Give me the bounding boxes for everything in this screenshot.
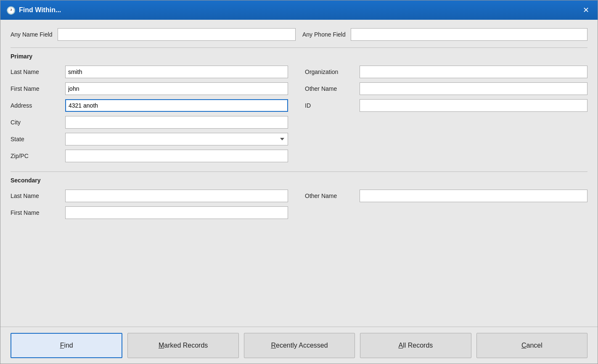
primary-city-row: City — [11, 116, 288, 129]
any-phone-input[interactable] — [351, 28, 587, 41]
primary-zip-row: Zip/PC — [11, 150, 288, 162]
title-bar: 🕐 Find Within... ✕ — [0, 0, 598, 20]
primary-section-label: Primary — [11, 53, 587, 60]
primary-id-label: ID — [305, 102, 360, 109]
primary-state-select[interactable] — [65, 133, 288, 145]
secondary-first-name-label: First Name — [11, 209, 65, 216]
primary-zip-label: Zip/PC — [11, 153, 65, 159]
secondary-last-name-row: Last Name — [11, 190, 288, 202]
secondary-last-name-label: Last Name — [11, 193, 65, 199]
primary-other-name-row: Other Name — [305, 82, 587, 95]
marked-records-label: Marked Records — [159, 342, 208, 349]
secondary-left-col: Last Name First Name — [11, 190, 288, 223]
find-button-label: Find — [60, 342, 73, 349]
any-name-group: Any Name Field — [11, 28, 296, 41]
primary-last-name-row: Last Name — [11, 66, 288, 78]
secondary-first-name-input[interactable] — [65, 206, 288, 219]
any-phone-group: Any Phone Field — [302, 28, 587, 41]
primary-zip-input[interactable] — [65, 150, 288, 162]
secondary-section-label: Secondary — [11, 177, 587, 184]
dialog-icon: 🕐 — [6, 6, 15, 14]
primary-last-name-label: Last Name — [11, 69, 65, 75]
secondary-right-col: Other Name — [288, 190, 587, 223]
cancel-button[interactable]: Cancel — [476, 333, 587, 358]
primary-id-row: ID — [305, 99, 587, 112]
secondary-first-name-row: First Name — [11, 206, 288, 219]
primary-other-name-input[interactable] — [360, 82, 587, 95]
recently-accessed-button[interactable]: Recently Accessed — [244, 333, 355, 358]
primary-last-name-input[interactable] — [65, 66, 288, 78]
secondary-last-name-input[interactable] — [65, 190, 288, 202]
primary-org-input[interactable] — [360, 66, 587, 78]
any-name-input[interactable] — [58, 28, 296, 41]
any-phone-label: Any Phone Field — [302, 31, 346, 38]
button-bar: Find Marked Records Recently Accessed Al… — [0, 327, 598, 364]
primary-first-name-label: First Name — [11, 85, 65, 92]
dialog-title: Find Within... — [19, 6, 61, 14]
primary-section: Primary Last Name First Name Address — [11, 47, 587, 166]
title-bar-left: 🕐 Find Within... — [6, 6, 61, 14]
primary-address-label: Address — [11, 102, 65, 109]
primary-id-input[interactable] — [360, 99, 587, 112]
secondary-other-name-row: Other Name — [305, 190, 587, 202]
primary-right-col: Organization Other Name ID — [288, 66, 587, 166]
primary-other-name-label: Other Name — [305, 85, 360, 92]
primary-address-row: Address — [11, 99, 288, 112]
secondary-section: Secondary Last Name First Name — [11, 171, 587, 223]
close-button[interactable]: ✕ — [580, 4, 592, 16]
recently-accessed-label: Recently Accessed — [271, 342, 328, 349]
marked-records-button[interactable]: Marked Records — [127, 333, 238, 358]
primary-address-input[interactable] — [65, 99, 288, 112]
cancel-button-label: Cancel — [521, 342, 542, 349]
any-name-label: Any Name Field — [11, 31, 53, 38]
find-within-dialog: 🕐 Find Within... ✕ Any Name Field Any Ph… — [0, 0, 598, 364]
primary-state-label: State — [11, 136, 65, 142]
secondary-two-col: Last Name First Name Other Name — [11, 190, 587, 223]
dialog-content: Any Name Field Any Phone Field Primary L… — [0, 20, 598, 327]
secondary-other-name-label: Other Name — [305, 193, 360, 199]
primary-org-label: Organization — [305, 69, 360, 75]
all-records-label: All Records — [399, 342, 433, 349]
primary-city-label: City — [11, 119, 65, 126]
primary-first-name-input[interactable] — [65, 82, 288, 95]
top-search-row: Any Name Field Any Phone Field — [11, 28, 587, 41]
primary-state-row: State — [11, 133, 288, 145]
all-records-button[interactable]: All Records — [360, 333, 471, 358]
secondary-other-name-input[interactable] — [360, 190, 587, 202]
primary-first-name-row: First Name — [11, 82, 288, 95]
primary-left-col: Last Name First Name Address City — [11, 66, 288, 166]
primary-city-input[interactable] — [65, 116, 288, 129]
primary-org-row: Organization — [305, 66, 587, 78]
primary-two-col: Last Name First Name Address City — [11, 66, 587, 166]
find-button[interactable]: Find — [11, 333, 122, 358]
